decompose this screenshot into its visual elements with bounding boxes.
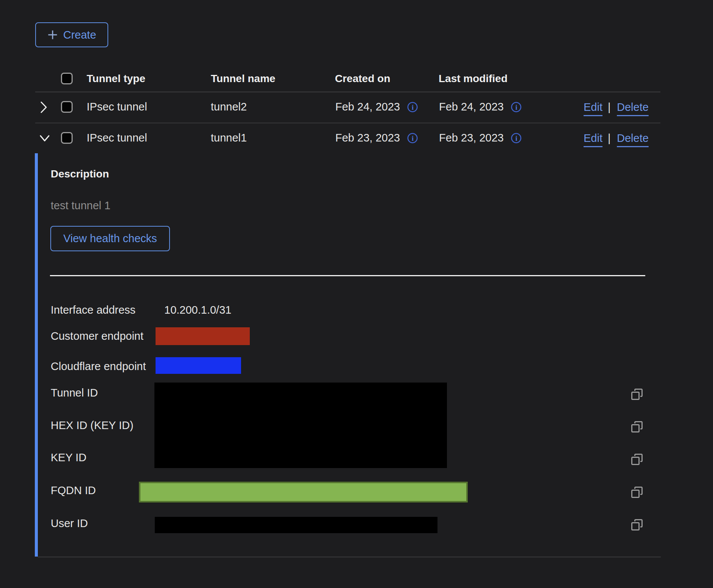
svg-text:i: i (412, 103, 414, 111)
svg-text:i: i (515, 134, 517, 142)
svg-text:i: i (412, 134, 414, 142)
svg-text:i: i (515, 103, 517, 111)
